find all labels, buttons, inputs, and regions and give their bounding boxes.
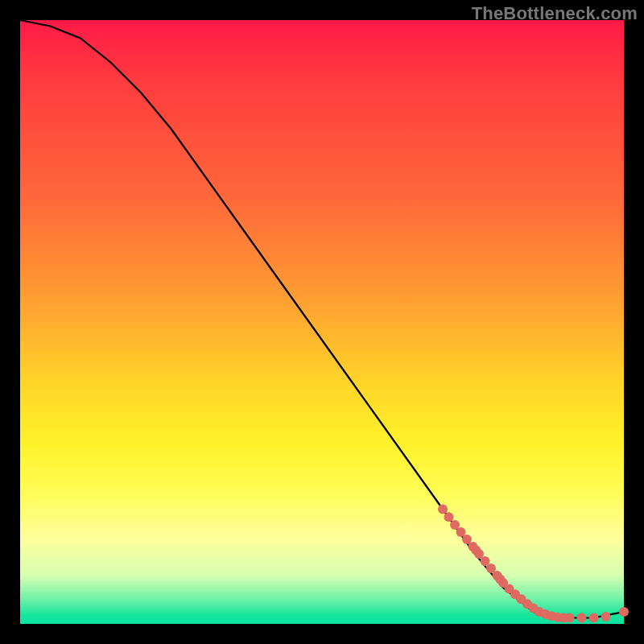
data-point xyxy=(438,505,448,514)
data-point xyxy=(589,613,599,623)
plot-area xyxy=(20,20,624,624)
chart-frame: TheBottleneck.com xyxy=(0,0,644,644)
data-point xyxy=(444,512,454,522)
data-point xyxy=(565,613,575,623)
curve-line xyxy=(20,20,624,618)
data-point xyxy=(619,607,629,617)
chart-svg xyxy=(20,20,624,624)
data-point xyxy=(601,612,611,621)
dots-group xyxy=(438,505,629,623)
data-point xyxy=(577,613,587,623)
